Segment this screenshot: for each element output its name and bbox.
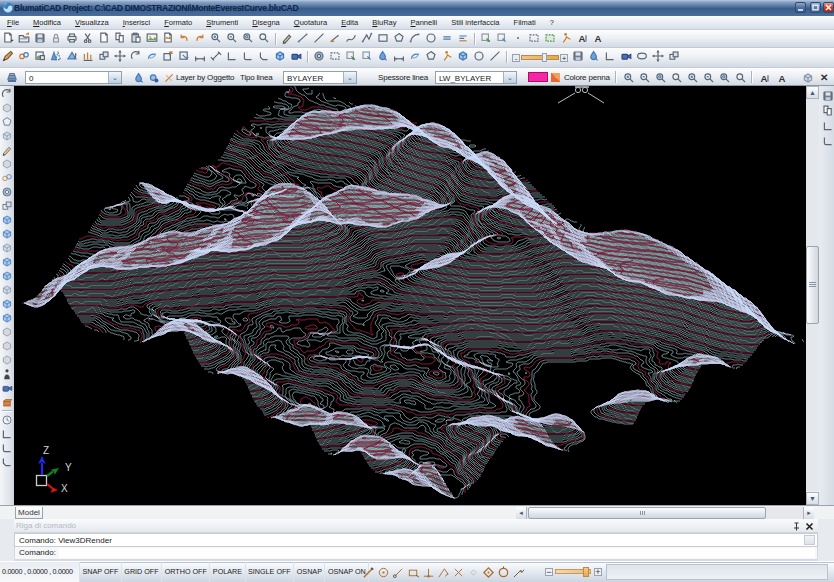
svg-text:A: A bbox=[578, 33, 585, 44]
svg-text:A: A bbox=[778, 73, 785, 84]
svg-text:A: A bbox=[760, 73, 767, 84]
svg-text:X: X bbox=[61, 483, 68, 494]
svg-text:Y: Y bbox=[65, 462, 72, 473]
svg-text:A: A bbox=[594, 33, 601, 44]
svg-text:Z: Z bbox=[43, 445, 49, 456]
